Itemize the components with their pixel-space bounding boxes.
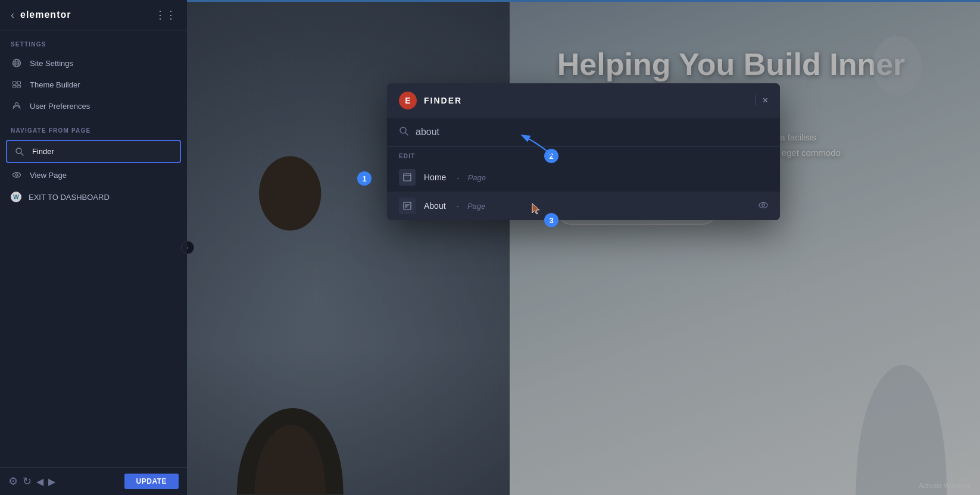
svg-rect-6 [17, 82, 21, 84]
sidebar-item-finder[interactable]: Finder [6, 140, 181, 163]
about-page-icon [399, 198, 416, 214]
sidebar-item-user-preferences[interactable]: User Preferences [0, 95, 187, 117]
svg-rect-5 [13, 82, 17, 84]
finder-search-input[interactable] [416, 127, 768, 137]
finder-modal: E FINDER × EDIT [387, 83, 780, 220]
annotation-badge-1: 1 [357, 171, 372, 186]
sidebar-item-view-page[interactable]: View Page [0, 164, 187, 186]
svg-rect-8 [17, 86, 21, 88]
user-preferences-icon [11, 101, 23, 111]
user-preferences-label: User Preferences [30, 102, 90, 111]
svg-rect-7 [13, 86, 17, 88]
finder-header: E FINDER × [387, 83, 780, 118]
search-icon [13, 147, 25, 156]
app-logo: elementor [20, 10, 71, 20]
settings-section-label: SETTINGS [0, 30, 187, 52]
elementor-logo: E [399, 92, 417, 109]
wordpress-icon: W [11, 192, 21, 202]
sidebar-item-exit-dashboard[interactable]: W EXIT TO DASHBOARD [0, 186, 187, 208]
svg-point-27 [762, 204, 764, 206]
back-button[interactable]: ‹ [11, 9, 14, 21]
view-about-icon[interactable] [759, 201, 768, 211]
finder-search-area [387, 118, 780, 147]
finder-result-home[interactable]: Home - Page [387, 163, 780, 192]
finder-section-label: EDIT [387, 147, 780, 163]
svg-point-26 [759, 203, 767, 208]
finder-label: Finder [32, 147, 54, 156]
about-result-separator: - [457, 202, 459, 211]
svg-point-14 [13, 173, 21, 177]
svg-point-15 [15, 174, 18, 176]
sidebar-header: ‹ elementor ⋮⋮ [0, 0, 187, 30]
sidebar-footer: ⚙ ↻ ◀ ▶ UPDATE [0, 467, 187, 495]
view-page-label: View Page [30, 171, 67, 180]
footer-icon-2[interactable]: ↻ [23, 475, 32, 488]
annotation-badge-3: 3 [544, 213, 558, 227]
finder-title-area: E FINDER [399, 92, 462, 109]
home-result-name: Home [424, 173, 446, 182]
about-result-name: About [424, 201, 446, 211]
footer-icon-1[interactable]: ⚙ [8, 475, 18, 488]
eye-icon [11, 170, 23, 180]
theme-builder-label: Theme Builder [30, 80, 80, 89]
svg-line-19 [405, 133, 408, 135]
sidebar: ‹ elementor ⋮⋮ SETTINGS Site Settings [0, 0, 187, 495]
annotation-badge-2: 2 [544, 149, 558, 163]
exit-dashboard-label: EXIT TO DASHBOARD [29, 193, 110, 202]
site-settings-label: Site Settings [30, 59, 73, 68]
sidebar-item-theme-builder[interactable]: Theme Builder [0, 74, 187, 95]
globe-icon [11, 58, 23, 68]
svg-point-9 [15, 103, 18, 106]
finder-overlay: E FINDER × EDIT [187, 0, 980, 495]
sidebar-header-left: ‹ elementor [11, 9, 71, 21]
sidebar-item-site-settings[interactable]: Site Settings [0, 52, 187, 74]
finder-search-icon [399, 126, 408, 138]
navigate-section-label: NAVIGATE FROM PAGE [0, 117, 187, 139]
footer-icon-3[interactable]: ◀ [36, 476, 43, 487]
svg-line-13 [21, 153, 23, 155]
main-content: Helping You Build Inner Resilience. Pell… [187, 0, 980, 495]
home-page-icon [399, 169, 416, 186]
about-result-type: Page [467, 202, 485, 211]
theme-builder-icon [11, 80, 23, 89]
grid-icon[interactable]: ⋮⋮ [155, 8, 176, 21]
finder-header-divider [755, 95, 756, 106]
home-result-type: Page [468, 173, 486, 182]
finder-close-button[interactable]: × [763, 95, 768, 106]
footer-icon-4[interactable]: ▶ [48, 476, 55, 487]
home-result-separator: - [457, 173, 459, 182]
finder-result-about[interactable]: About - Page [387, 192, 780, 220]
finder-title: FINDER [424, 96, 462, 105]
update-button[interactable]: UPDATE [124, 474, 179, 489]
svg-rect-20 [404, 174, 411, 181]
finder-header-right: × [755, 95, 768, 106]
